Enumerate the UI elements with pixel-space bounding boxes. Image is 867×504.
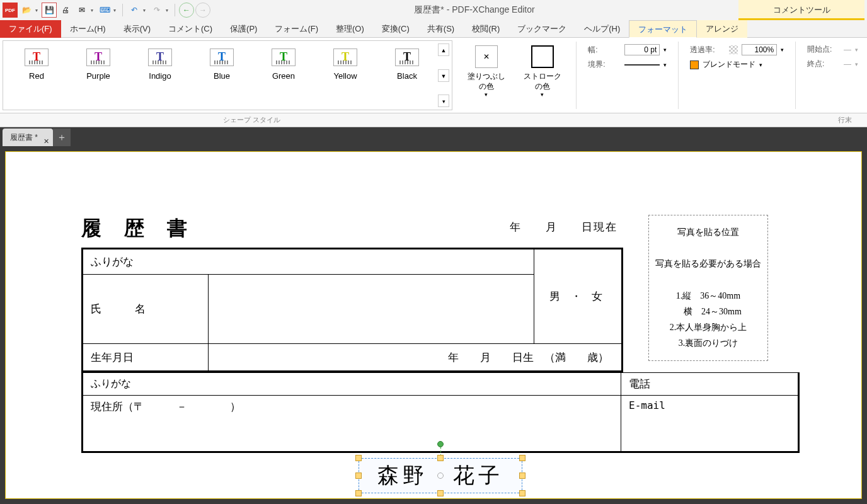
end-label: 終点: <box>807 59 840 69</box>
resize-handle-se[interactable] <box>519 490 525 496</box>
menu-comment[interactable]: コメント(C) <box>159 20 221 38</box>
blend-dropdown[interactable]: ▾ <box>759 62 762 68</box>
resize-handle-w[interactable] <box>355 472 362 479</box>
contextual-tab-group: コメントツール <box>738 0 864 20</box>
stroke-color-button[interactable]: ストロークの色 ▾ <box>520 42 565 98</box>
end-dropdown[interactable]: ▾ <box>855 61 858 67</box>
start-label: 開始点: <box>807 44 840 55</box>
menu-organize[interactable]: 整理(O) <box>327 20 373 38</box>
resize-handle-n[interactable] <box>437 455 444 461</box>
width-dropdown[interactable]: ▾ <box>663 47 667 53</box>
resize-handle-ne[interactable] <box>519 455 525 461</box>
nav-forward-button[interactable]: → <box>195 3 210 18</box>
border-preview <box>624 64 660 66</box>
document-tab-label: 履歴書 * <box>10 133 38 142</box>
style-yellow[interactable]: Yellow <box>314 43 376 107</box>
menu-protect[interactable]: 保護(P) <box>221 20 266 38</box>
selected-textbox[interactable]: 森野 花子 <box>359 458 522 493</box>
document-tab-bar: 履歴書 * ✕ ＋ <box>0 127 867 146</box>
style-indigo[interactable]: Indigo <box>129 43 191 107</box>
rotation-handle[interactable] <box>437 441 444 447</box>
ribbon-width-border: 幅: ▾ 境界: ▾ <box>588 42 667 70</box>
name-label-cell: 氏 名 <box>83 275 209 344</box>
menu-bookmark[interactable]: ブックマーク <box>508 20 575 38</box>
app-icon: PDF <box>3 3 18 18</box>
canvas-area: 履歴書 年 月 日現在 ふりがな 男 ・ 女 氏 名 生年月日 年 月 日生 （… <box>0 146 867 504</box>
menu-file[interactable]: ファイル(F) <box>0 20 61 38</box>
width-input[interactable] <box>624 44 660 55</box>
window-title: 履歴書* - PDF-XChange Editor <box>212 4 737 16</box>
scan-dropdown[interactable]: ▾ <box>113 8 118 13</box>
photo-placeholder: 写真を貼る位置 写真を貼る必要がある場合 1.縦 36～40mm 横 24～30… <box>648 215 768 361</box>
nav-back-button[interactable]: ← <box>179 3 194 18</box>
scan-button[interactable]: ⌨ <box>97 3 112 18</box>
fill-color-button[interactable]: ✕ 塗りつぶしの色 ▾ <box>464 42 508 98</box>
gallery-scroll-down[interactable]: ▼ <box>438 69 449 82</box>
width-label: 幅: <box>588 45 621 55</box>
fill-none-icon: ✕ <box>475 45 498 68</box>
redo-button[interactable]: ↷ <box>149 3 164 18</box>
email-label-cell: E-mail <box>621 396 799 452</box>
menu-arrange[interactable]: アレンジ <box>697 20 747 38</box>
menu-help[interactable]: ヘルプ(H) <box>575 20 629 38</box>
resume-table: ふりがな 男 ・ 女 氏 名 生年月日 年 月 日生 （満 歳） <box>81 248 623 372</box>
opacity-input[interactable] <box>742 44 777 55</box>
redo-dropdown[interactable]: ▾ <box>166 8 171 13</box>
blend-icon <box>690 60 699 69</box>
ribbon-colors: ✕ 塗りつぶしの色 ▾ ストロークの色 ▾ 幅: ▾ 境界: ▾ 透過率: ▾ … <box>455 38 867 113</box>
menu-bar: ファイル(F) ホーム(H) 表示(V) コメント(C) 保護(P) フォーム(… <box>0 20 867 38</box>
opacity-dropdown[interactable]: ▾ <box>781 47 784 53</box>
gallery-scroll: ▲ ▼ ▾ <box>438 43 449 107</box>
undo-button[interactable]: ↶ <box>127 3 142 18</box>
resume-date-row: 年 月 日現在 <box>510 220 617 234</box>
style-blue[interactable]: Blue <box>191 43 253 107</box>
menu-convert[interactable]: 変換(C) <box>373 20 418 38</box>
resume-title: 履歴書 <box>81 215 210 243</box>
menu-format[interactable]: フォーマット <box>629 20 697 38</box>
style-red[interactable]: Red <box>6 43 67 107</box>
ribbon: Red Purple Indigo Blue Green Yellow Blac… <box>0 38 867 113</box>
undo-dropdown[interactable]: ▾ <box>143 8 148 13</box>
center-handle[interactable] <box>437 472 444 479</box>
menu-view[interactable]: 表示(V) <box>115 20 159 38</box>
email-button[interactable]: ✉ <box>74 3 89 18</box>
opacity-label: 透過率: <box>690 45 725 55</box>
shape-style-caption: シェープ スタイル <box>223 115 280 125</box>
gallery-expand[interactable]: ▾ <box>438 94 449 107</box>
start-dropdown[interactable]: ▾ <box>855 47 858 53</box>
gallery-scroll-up[interactable]: ▲ <box>438 43 449 56</box>
open-button[interactable]: 📂 <box>19 3 34 18</box>
menu-share[interactable]: 共有(S) <box>418 20 463 38</box>
email-dropdown[interactable]: ▾ <box>91 8 96 13</box>
border-dropdown[interactable]: ▾ <box>663 62 667 68</box>
add-tab-button[interactable]: ＋ <box>53 129 71 146</box>
stroke-swatch-icon <box>531 45 554 68</box>
quick-access-toolbar: PDF 📂▾ 💾 🖨 ✉▾ ⌨▾ ↶▾ ↷▾ ← → 履歴書* - PDF-XC… <box>0 0 867 20</box>
ribbon-footer: シェープ スタイル 行末 <box>0 113 867 127</box>
gender-cell: 男 ・ 女 <box>534 249 623 344</box>
menu-home[interactable]: ホーム(H) <box>61 20 115 38</box>
resize-handle-sw[interactable] <box>355 490 362 496</box>
resize-handle-s[interactable] <box>437 490 444 496</box>
ribbon-opacity-blend: 透過率: ▾ ブレンドモード▾ <box>690 42 784 70</box>
resize-handle-nw[interactable] <box>355 455 362 461</box>
address-furigana-cell: ふりがな <box>83 373 621 396</box>
open-dropdown[interactable]: ▾ <box>35 8 40 13</box>
close-icon[interactable]: ✕ <box>43 132 49 150</box>
shape-style-gallery: Red Purple Indigo Blue Green Yellow Blac… <box>3 40 452 110</box>
line-end-caption: 行末 <box>838 115 852 125</box>
ribbon-line-ends: 開始点:—▾ 終点:—▾ <box>807 42 858 69</box>
blend-mode-button[interactable]: ブレンドモード <box>703 59 755 70</box>
style-purple[interactable]: Purple <box>67 43 129 107</box>
save-button[interactable]: 💾 <box>42 3 57 18</box>
menu-review[interactable]: 校閲(R) <box>463 20 508 38</box>
page-canvas[interactable]: 履歴書 年 月 日現在 ふりがな 男 ・ 女 氏 名 生年月日 年 月 日生 （… <box>5 151 862 499</box>
document-tab[interactable]: 履歴書 * ✕ <box>3 129 53 146</box>
print-button[interactable]: 🖨 <box>58 3 73 18</box>
resize-handle-e[interactable] <box>519 472 525 479</box>
phone-label-cell: 電話 <box>621 373 799 396</box>
style-black[interactable]: Black <box>376 43 438 107</box>
address-cell: 現住所（〒 － ） <box>83 396 621 452</box>
style-green[interactable]: Green <box>253 43 314 107</box>
menu-form[interactable]: フォーム(F) <box>266 20 327 38</box>
